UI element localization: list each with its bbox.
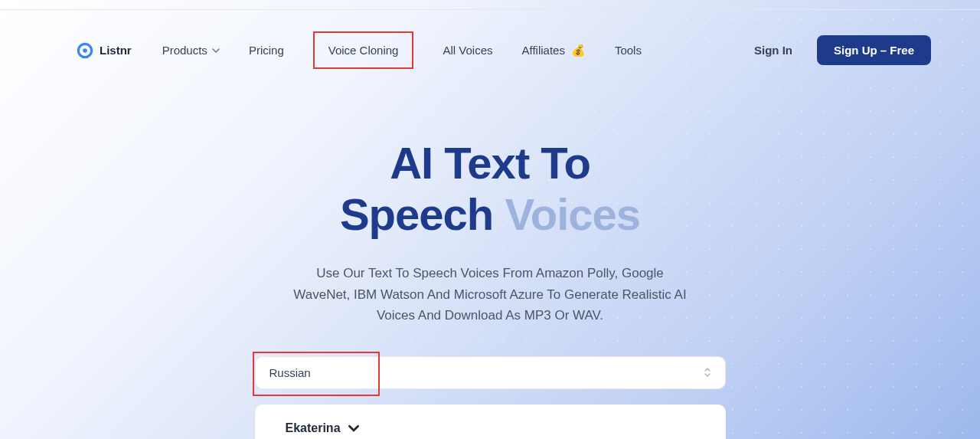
sign-in-link[interactable]: Sign In [754, 44, 792, 57]
hero-subtitle: Use Our Text To Speech Voices From Amazo… [291, 263, 689, 326]
language-select-value: Russian [270, 366, 311, 379]
nav-tools-label: Tools [615, 44, 642, 57]
select-sort-icon [704, 367, 711, 378]
voice-name-label: Ekaterina [286, 421, 341, 435]
nav-pricing-label: Pricing [249, 44, 284, 57]
nav-affiliates[interactable]: Affiliates 💰 [522, 44, 586, 57]
nav-all-voices[interactable]: All Voices [443, 44, 492, 57]
main-nav: Products Pricing Voice Cloning All Voice… [162, 31, 642, 69]
nav-all-voices-label: All Voices [443, 44, 492, 57]
nav-voice-cloning-label: Voice Cloning [328, 44, 399, 57]
nav-voice-cloning[interactable]: Voice Cloning [313, 31, 414, 69]
chevron-down-icon [212, 47, 220, 54]
voice-name-dropdown[interactable]: Ekaterina [286, 421, 695, 435]
nav-pricing[interactable]: Pricing [249, 44, 284, 57]
logo[interactable]: Listnr [77, 42, 132, 59]
hero-title-line2-dark: Speech [340, 189, 493, 239]
language-select[interactable]: Russian [255, 356, 726, 389]
auth-section: Sign In Sign Up – Free [754, 35, 931, 65]
logo-icon [77, 42, 93, 59]
voice-card: Ekaterina [255, 405, 726, 439]
sign-in-label: Sign In [754, 44, 792, 57]
hero-title-line2-light: Voices [505, 189, 640, 239]
hero-title: AI Text To Speech Voices [0, 138, 980, 240]
money-bag-icon: 💰 [571, 44, 586, 57]
nav-affiliates-label: Affiliates [522, 44, 565, 57]
hero-title-line1: AI Text To [390, 138, 590, 188]
nav-products[interactable]: Products [162, 44, 220, 57]
logo-text: Listnr [100, 44, 132, 57]
sign-up-label: Sign Up – Free [834, 44, 914, 57]
chevron-down-icon [348, 423, 359, 434]
svg-point-1 [83, 48, 87, 53]
controls-section: Russian Ekaterina [0, 356, 980, 439]
nav-tools[interactable]: Tools [615, 44, 642, 57]
nav-products-label: Products [162, 44, 207, 57]
site-header: Listnr Products Pricing Voice Cloning Al… [0, 10, 980, 69]
sign-up-button[interactable]: Sign Up – Free [817, 35, 931, 65]
hero-section: AI Text To Speech Voices Use Our Text To… [0, 138, 980, 326]
